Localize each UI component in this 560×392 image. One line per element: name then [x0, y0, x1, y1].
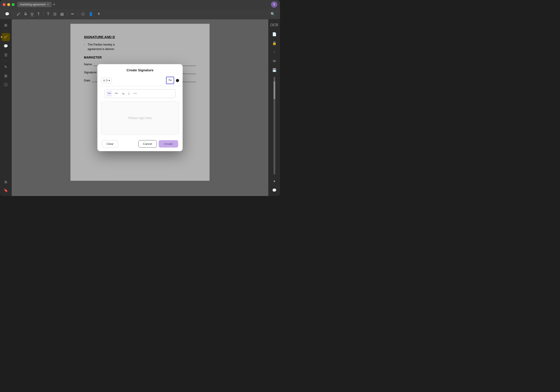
tab-label: marketing-agreement — [20, 3, 46, 6]
traffic-lights — [3, 3, 15, 6]
pen-style-selected[interactable]: 〜 — [166, 77, 174, 84]
tilde-icon: 〜 — [168, 78, 172, 82]
tab-marketing-agreement[interactable]: marketing-agreement ✕ — [17, 2, 52, 7]
pen-styles-dropdown: 〜 〜 ∿ ≀ 〰 — [105, 89, 175, 98]
modal-overlay: Create Signature ⊙ 0 ▾ 〜 — [12, 19, 268, 196]
modal-header: Create Signature — [97, 64, 183, 75]
main-area: ⊞ 🖊 💬 ☰ ✎ ⊞ ⓘ ⧉ 🔖 SIGNATURE AND D - — [0, 19, 280, 196]
freetext-icon[interactable]: T — [46, 11, 51, 17]
modal-toolbar: ⊙ 0 ▾ 〜 — [97, 75, 183, 86]
draw-icon[interactable]: ✏ — [70, 11, 75, 17]
left-sidebar: ⊞ 🖊 💬 ☰ ✎ ⊞ ⓘ ⧉ 🔖 — [0, 19, 12, 196]
pen-style-option-2[interactable]: 〜 — [114, 91, 119, 97]
close-button[interactable] — [3, 3, 6, 6]
sidebar-divider-2 — [3, 61, 9, 61]
sidebar-comment-icon[interactable]: 💬 — [2, 42, 10, 50]
shapes-icon[interactable]: ⬡ — [80, 11, 86, 17]
pen-style-option-5[interactable]: 〰 — [132, 91, 138, 96]
right-doc-icon[interactable]: 📄 — [270, 30, 279, 38]
create-button[interactable]: Create — [159, 140, 178, 147]
clear-button[interactable]: Clear — [102, 140, 118, 147]
tab-close-icon[interactable]: ✕ — [47, 3, 49, 6]
toolbar-right: 🔍 — [269, 12, 276, 16]
pen-icon: ⊙ — [103, 79, 105, 82]
cancel-button[interactable]: Cancel — [139, 140, 157, 147]
scrollbar-thumb[interactable] — [273, 81, 275, 99]
pen-color-dot[interactable] — [176, 79, 179, 82]
note-icon[interactable]: ▤ — [59, 11, 65, 17]
right-mail-icon[interactable]: ✉ — [270, 57, 279, 65]
toolbar-divider-3 — [67, 11, 68, 17]
stamp-icon[interactable]: 🖈 — [96, 11, 102, 17]
tab-bar: marketing-agreement ✕ + — [17, 2, 55, 7]
right-magic-icon[interactable]: ✦ — [270, 177, 279, 185]
scrollbar[interactable] — [273, 77, 275, 175]
sidebar-list-icon[interactable]: ☰ — [2, 51, 10, 59]
pen-styles-container: 〜 〜 ∿ ≀ 〰 — [97, 86, 183, 101]
sidebar-divider-1 — [3, 31, 9, 31]
doc-area: SIGNATURE AND D - The Parties hereby a a… — [12, 19, 268, 196]
person-icon[interactable]: 👤 — [87, 11, 94, 17]
maximize-button[interactable] — [12, 3, 15, 6]
sidebar-dot — [1, 36, 2, 38]
toolbar-divider-1 — [13, 11, 13, 17]
toolbar-divider-4 — [78, 11, 78, 17]
search-icon[interactable]: 🔍 — [269, 11, 276, 17]
app-window: marketing-agreement ✕ + T 💬 🖊 S̶ U̲ T T … — [0, 0, 280, 196]
right-chat-icon[interactable]: 💬 — [270, 186, 279, 194]
right-share-icon[interactable]: ↑ — [270, 48, 279, 56]
sidebar-edit-icon[interactable]: ✎ — [2, 63, 10, 71]
sidebar-panel-icon[interactable]: ⊞ — [2, 21, 10, 29]
right-save-icon[interactable]: 💾 — [270, 66, 279, 74]
sidebar-highlight-icon[interactable]: 🖊 — [2, 33, 10, 41]
pen-style-option-4[interactable]: ≀ — [127, 91, 130, 96]
sidebar-bookmark-icon[interactable]: 🔖 — [2, 186, 10, 194]
modal-title: Create Signature — [127, 68, 153, 72]
avatar: T — [271, 1, 277, 8]
signature-canvas[interactable]: Please sign here — [101, 101, 179, 135]
sidebar-bottom: ⧉ 🔖 — [2, 178, 10, 194]
new-tab-button[interactable]: + — [53, 2, 55, 7]
create-signature-modal: Create Signature ⊙ 0 ▾ 〜 — [97, 64, 183, 151]
underline-icon[interactable]: U̲ — [30, 11, 35, 17]
strikethrough-icon[interactable]: S̶ — [23, 11, 28, 17]
sidebar-grid-icon[interactable]: ⊞ — [2, 72, 10, 80]
footer-right-buttons: Cancel Create — [139, 140, 178, 147]
modal-footer: Clear Cancel Create — [97, 137, 183, 151]
sign-placeholder: Please sign here — [128, 116, 152, 120]
right-sidebar: OCR 📄 🔒 ↑ ✉ 💾 ✦ 💬 — [268, 19, 280, 196]
pen-style-option-1[interactable]: 〜 — [107, 91, 112, 97]
pen-style-option-3[interactable]: ∿ — [121, 91, 126, 96]
toolbar: 💬 🖊 S̶ U̲ T T ⊡ ▤ ✏ ⬡ 👤 🖈 🔍 — [0, 9, 280, 19]
highlight-icon[interactable]: 🖊 — [15, 11, 22, 17]
chevron-down-icon: ▾ — [109, 79, 110, 82]
minimize-button[interactable] — [7, 3, 10, 6]
text-color-icon[interactable]: T — [36, 11, 41, 17]
textbox-icon[interactable]: ⊡ — [52, 11, 58, 17]
title-bar: marketing-agreement ✕ + T — [0, 0, 280, 9]
right-lock-icon[interactable]: 🔒 — [270, 39, 279, 47]
sidebar-layers-icon[interactable]: ⧉ — [2, 178, 10, 186]
sidebar-info-icon[interactable]: ⓘ — [2, 81, 10, 89]
right-ocr-icon[interactable]: OCR — [270, 21, 279, 29]
comment-icon[interactable]: 💬 — [4, 11, 11, 17]
pen-tool-button[interactable]: ⊙ 0 ▾ — [101, 78, 112, 83]
scrollbar-container — [273, 75, 275, 176]
